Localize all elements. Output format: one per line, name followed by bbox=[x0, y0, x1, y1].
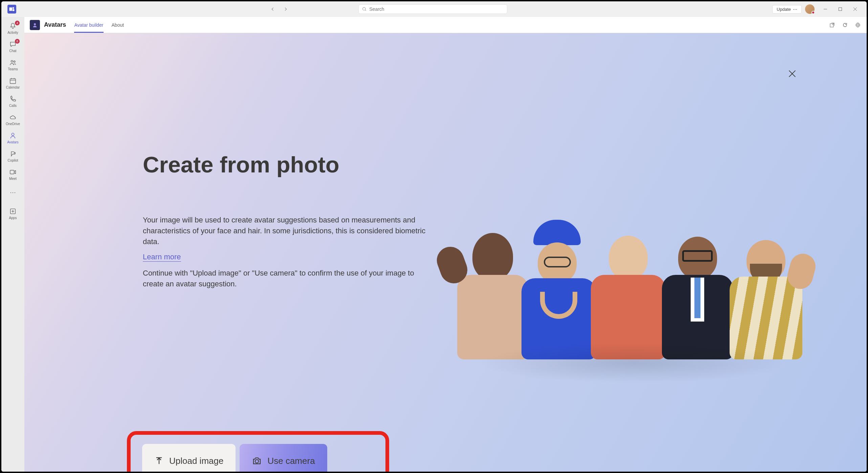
popout-icon bbox=[829, 22, 835, 28]
rail-apps[interactable]: Apps bbox=[1, 204, 24, 222]
svg-point-3 bbox=[363, 7, 365, 10]
rail-label: OneDrive bbox=[6, 122, 20, 126]
svg-point-15 bbox=[12, 133, 14, 135]
avatars-app-icon bbox=[30, 20, 40, 30]
rail-activity[interactable]: 4 Activity bbox=[1, 19, 24, 37]
close-dialog-button[interactable] bbox=[785, 67, 799, 80]
people-icon bbox=[9, 59, 17, 66]
svg-rect-6 bbox=[839, 8, 842, 11]
rail-label: Activity bbox=[7, 31, 18, 34]
rail-teams[interactable]: Teams bbox=[1, 55, 24, 74]
title-bar: Update ⋯ bbox=[1, 1, 867, 17]
activity-badge: 4 bbox=[15, 21, 20, 25]
rail-onedrive[interactable]: OneDrive bbox=[1, 110, 24, 128]
camera-label: Use camera bbox=[267, 456, 315, 466]
rail-label: Chat bbox=[9, 49, 16, 53]
svg-rect-16 bbox=[10, 170, 14, 174]
rail-label: Calendar bbox=[6, 86, 20, 89]
rail-copilot[interactable]: Copilot bbox=[1, 147, 24, 165]
body-paragraph-2: Continue with "Upload image" or "Use cam… bbox=[143, 268, 430, 289]
main-canvas: Create from photo Your image will be use… bbox=[24, 33, 867, 472]
search-box[interactable] bbox=[358, 4, 507, 14]
rail-avatars[interactable]: Avatars bbox=[1, 128, 24, 147]
update-label: Update bbox=[777, 7, 791, 12]
svg-rect-2 bbox=[13, 9, 15, 11]
search-input[interactable] bbox=[369, 6, 504, 12]
learn-more-link[interactable]: Learn more bbox=[143, 253, 181, 262]
phone-icon bbox=[9, 95, 17, 103]
sub-header-title: Avatars bbox=[44, 21, 66, 28]
rail-more[interactable]: ⋯ bbox=[1, 183, 24, 202]
reload-icon bbox=[842, 22, 848, 28]
rail-calendar[interactable]: Calendar bbox=[1, 74, 24, 92]
left-nav-rail: 4 Activity 8 Chat Teams Calendar bbox=[1, 17, 24, 472]
globe-icon bbox=[855, 22, 861, 28]
svg-point-29 bbox=[255, 459, 259, 463]
close-icon bbox=[787, 69, 797, 78]
svg-point-1 bbox=[13, 7, 14, 9]
rail-calls[interactable]: Calls bbox=[1, 92, 24, 110]
copilot-icon bbox=[9, 150, 17, 158]
svg-point-10 bbox=[14, 61, 15, 62]
avatar-icon bbox=[9, 132, 17, 139]
app-sub-header: Avatars Avatar builder About bbox=[24, 17, 867, 33]
search-icon bbox=[362, 7, 366, 11]
rail-label: Calls bbox=[9, 104, 17, 108]
maximize-button[interactable] bbox=[833, 4, 848, 14]
svg-point-20 bbox=[34, 23, 36, 25]
window-close-button[interactable] bbox=[848, 4, 863, 14]
reload-button[interactable] bbox=[842, 22, 848, 28]
tab-about[interactable]: About bbox=[112, 18, 124, 32]
rail-label: Apps bbox=[9, 216, 17, 220]
calendar-icon bbox=[9, 77, 17, 85]
rail-label: Copilot bbox=[7, 159, 18, 162]
more-icon: ⋯ bbox=[793, 7, 797, 12]
rail-label: Meet bbox=[9, 177, 17, 181]
rail-label: Avatars bbox=[7, 140, 19, 144]
chat-badge: 8 bbox=[15, 39, 20, 44]
update-button[interactable]: Update ⋯ bbox=[772, 5, 802, 14]
upload-icon bbox=[154, 456, 164, 466]
svg-point-9 bbox=[11, 60, 13, 62]
upload-label: Upload image bbox=[169, 456, 223, 466]
upload-image-button[interactable]: Upload image bbox=[142, 444, 236, 472]
popout-button[interactable] bbox=[829, 22, 836, 28]
use-camera-button[interactable]: Use camera bbox=[240, 444, 327, 472]
video-icon bbox=[9, 168, 17, 176]
tab-avatar-builder[interactable]: Avatar builder bbox=[74, 18, 103, 32]
rail-meet[interactable]: Meet bbox=[1, 165, 24, 183]
nav-back-button[interactable] bbox=[269, 5, 277, 13]
cloud-icon bbox=[9, 114, 17, 121]
avatar-group-illustration bbox=[457, 170, 802, 359]
rail-chat[interactable]: 8 Chat bbox=[1, 37, 24, 55]
svg-rect-0 bbox=[9, 7, 12, 11]
presence-indicator bbox=[811, 11, 815, 14]
body-paragraph-1: Your image will be used to create avatar… bbox=[143, 215, 430, 247]
camera-icon bbox=[252, 456, 262, 466]
page-heading: Create from photo bbox=[143, 151, 430, 178]
teams-logo-icon bbox=[7, 5, 16, 14]
apps-icon bbox=[9, 208, 17, 215]
globe-button[interactable] bbox=[854, 22, 861, 28]
nav-forward-button[interactable] bbox=[282, 5, 290, 13]
user-avatar[interactable] bbox=[805, 4, 815, 14]
svg-line-4 bbox=[365, 10, 366, 10]
minimize-button[interactable] bbox=[818, 4, 833, 14]
rail-label: Teams bbox=[8, 67, 18, 71]
svg-rect-11 bbox=[10, 78, 16, 84]
more-icon: ⋯ bbox=[9, 188, 17, 196]
